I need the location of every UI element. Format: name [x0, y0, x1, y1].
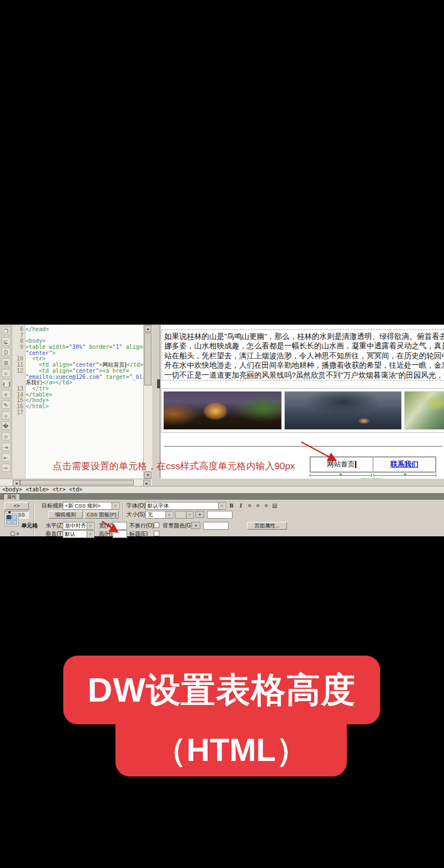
line-number: 6	[12, 327, 26, 333]
cell-width-input[interactable]	[113, 522, 127, 530]
nav-cell-home[interactable]: 网站首页	[310, 457, 373, 472]
text-color-input[interactable]	[207, 511, 233, 519]
horizontal-align-label: 水平(Z)	[46, 522, 64, 529]
line-number: 8	[12, 338, 26, 344]
horizontal-rule	[164, 446, 442, 448]
code-line[interactable]: 13 </tr>	[12, 386, 143, 392]
code-line[interactable]: 12 <td align="center"><a href=	[12, 368, 143, 374]
collapse-full-tag-icon[interactable]: ⋤	[2, 337, 11, 346]
merge-cells-icon[interactable]: ▢	[10, 530, 15, 537]
align-left-icon[interactable]: ≡	[246, 502, 254, 509]
code-segment: target=	[102, 374, 129, 380]
edit-rule-button[interactable]: 编辑规则	[48, 511, 83, 519]
code-line[interactable]: 6</head>	[12, 327, 143, 333]
design-text-line: 舟在水中欢快地游走，人们在田间辛勤地耕种，播撒着收获的希望，往近处一瞧，金发碧眼…	[164, 361, 444, 370]
cell-height-label: 高(H)	[99, 531, 112, 537]
properties-tab-strip: 属性	[0, 493, 444, 500]
properties-panel: <> HTML ▙ CSS 目标规则 <新 CSS 规则> 编辑规则 CSS 面…	[0, 500, 444, 536]
text-caret	[355, 461, 356, 468]
code-line[interactable]: 17	[12, 410, 143, 416]
format-source-code-icon[interactable]: ✑	[2, 464, 11, 472]
tab-properties[interactable]: 属性	[3, 494, 20, 500]
line-number	[12, 374, 26, 380]
code-segment: "1"	[113, 344, 123, 351]
scroll-up-icon[interactable]: ▲	[144, 325, 152, 332]
design-text-line: 如果说桂林的山是"鸟鸣山更幽"，那么，桂林的水则是清澈透明、绿得欲滴。俯首看去，…	[164, 332, 444, 341]
nav-cell-contact[interactable]: 联系我们	[373, 457, 436, 472]
target-rule-label: 目标规则	[42, 502, 64, 509]
apply-comment-icon[interactable]: ⌯	[2, 411, 11, 419]
cell-label: 单元格	[21, 522, 38, 529]
tag-selector-bar[interactable]: <body> <table> <tr> <td>	[0, 486, 444, 493]
line-numbers-icon[interactable]: ≡	[2, 390, 11, 398]
code-view[interactable]: 6</head>78<body>9<table width="30%" bord…	[12, 327, 143, 478]
karst-mountains-river-photo[interactable]	[284, 391, 402, 430]
nav-contact-link[interactable]: 联系我们	[391, 460, 418, 469]
vertical-align-dropdown[interactable]: 默认	[63, 530, 94, 538]
target-rule-dropdown[interactable]: <新 CSS 规则>	[63, 502, 119, 510]
screenshot-root: ❐⋤Ω⊞⌗❨❩≡✎⌯�厂⟐⇥⇤✑ 6</head>78<body>9<table…	[0, 0, 444, 868]
text-color-picker[interactable]: ▾	[195, 511, 204, 518]
size-dropdown[interactable]: 无	[145, 511, 173, 519]
expand-all-icon[interactable]: ⊞	[2, 358, 11, 367]
tutorial-annotation-text: 点击需要设置的单元格，在css样式高度单元格内输入90px	[53, 460, 295, 473]
balance-braces-icon[interactable]: ❨❩	[2, 379, 11, 388]
bg-color-label: 背景颜色(G)	[163, 522, 193, 529]
select-parent-tag-icon[interactable]: ⌗	[2, 369, 11, 377]
code-horizontal-scrollbar[interactable]: ◄ ►	[0, 479, 152, 486]
title-banner-top: DW设置表格高度	[63, 656, 380, 724]
code-segment: </html>	[26, 404, 49, 410]
align-justify-icon[interactable]: ▤	[271, 502, 279, 509]
horizontal-align-dropdown[interactable]: 居中对齐	[63, 522, 94, 530]
line-number: 13	[12, 386, 26, 392]
indent-code-icon[interactable]: ⇥	[2, 443, 11, 451]
banner-title-line2: （HTML）	[154, 729, 308, 772]
html-mode-button[interactable]: <> HTML	[4, 502, 29, 510]
remove-comment-icon[interactable]: �厂	[2, 422, 11, 430]
page-properties-button[interactable]: 页面属性...	[247, 522, 287, 530]
nav-table[interactable]: 网站首页 联系我们	[310, 456, 436, 473]
nowrap-checkbox[interactable]	[154, 522, 159, 528]
outdent-code-icon[interactable]: ⇤	[2, 453, 11, 461]
css-panel-button[interactable]: CSS 面板(P)	[84, 511, 119, 519]
cell-width-label: 宽(W)	[99, 522, 113, 529]
code-segment: ><a href=	[99, 368, 129, 374]
title-banner-bottom: （HTML）	[115, 719, 347, 776]
align-center-icon[interactable]: ≡	[254, 502, 262, 509]
design-paragraph-block[interactable]: 如果说桂林的山是"鸟鸣山更幽"，那么，桂林的水则是清澈透明、绿得欲滴。俯首看去，…	[162, 329, 444, 380]
code-line[interactable]: 16</html>	[12, 404, 143, 410]
open-documents-icon[interactable]: ❐	[2, 327, 11, 335]
collapse-selection-icon[interactable]: Ω	[2, 348, 11, 356]
italic-button[interactable]: I	[237, 502, 245, 509]
font-label: 字体(O)	[127, 502, 145, 509]
bg-color-picker[interactable]: ▾	[191, 522, 200, 529]
pane-splitter[interactable]	[152, 325, 160, 479]
tag-selector-path[interactable]: <body> <table> <tr> <td>	[2, 486, 83, 493]
code-vertical-scrollbar[interactable]: ▲ ▼	[143, 325, 152, 479]
code-segment: >	[52, 351, 56, 357]
code-segment: border=	[85, 344, 112, 351]
design-view[interactable]: 如果说桂林的山是"鸟鸣山更幽"，那么，桂林的水则是清澈透明、绿得欲滴。俯首看去，…	[160, 325, 444, 479]
night-lake-pagoda-photo[interactable]	[163, 391, 282, 430]
table-width-label[interactable]: 30% (322) ▾	[360, 477, 386, 479]
green-river-photo[interactable]	[404, 391, 444, 430]
split-cell-icon[interactable]: ⫦	[17, 530, 20, 537]
table-width-indicator[interactable]: 30% (322) ▾	[310, 474, 436, 479]
wrap-tag-icon[interactable]: ⟐	[2, 432, 11, 440]
vertical-align-label: 垂直(T)	[46, 531, 64, 537]
bold-button[interactable]: B	[228, 502, 235, 509]
vertical-scroll-thumb[interactable]	[144, 333, 152, 385]
cell-icon	[4, 513, 19, 526]
font-dropdown[interactable]: 默认字体	[145, 502, 226, 510]
highlight-invalid-code-icon[interactable]: ✎	[2, 400, 11, 409]
header-label: 标题(E)	[129, 531, 148, 537]
line-number: 12	[12, 368, 26, 374]
horizontal-scroll-thumb[interactable]	[20, 480, 134, 485]
code-segment: "center"	[72, 368, 99, 374]
header-checkbox[interactable]	[154, 531, 159, 536]
size-unit-dropdown[interactable]	[175, 511, 194, 519]
bg-color-input[interactable]	[203, 522, 229, 530]
align-right-icon[interactable]: ≡	[263, 502, 270, 509]
cell-height-input[interactable]	[113, 530, 127, 538]
photo-row-table	[161, 388, 444, 433]
